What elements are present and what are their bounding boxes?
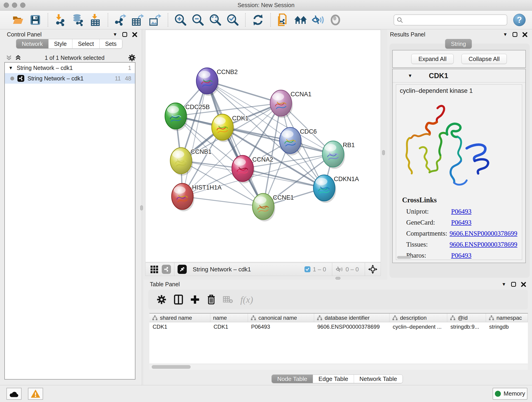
tab-select[interactable]: Select [72, 39, 99, 48]
network-share-icon[interactable] [162, 265, 171, 274]
expand-all-tree-icon[interactable] [6, 55, 12, 61]
search-input[interactable] [405, 16, 504, 23]
minimize-window-button[interactable] [12, 2, 17, 8]
import-network-from-database-button[interactable] [71, 13, 85, 27]
table-cell[interactable]: cyclin–dependent ... [389, 324, 447, 330]
grid-view-icon[interactable] [151, 266, 158, 273]
collection-expander-icon[interactable]: ▼ [8, 65, 13, 70]
tab-string[interactable]: String [445, 39, 472, 49]
fit-selected-crosshair-icon[interactable] [368, 265, 377, 274]
float-panel-icon[interactable] [122, 32, 127, 37]
node-RB1[interactable]: RB1 [322, 141, 355, 169]
selected-nodes-checkbox[interactable] [304, 266, 310, 272]
open-session-documents-button[interactable] [276, 13, 290, 27]
left-splitter-handle[interactable] [140, 205, 143, 211]
close-panel-icon[interactable] [521, 282, 526, 287]
import-table-from-file-button[interactable] [88, 13, 102, 27]
column-header-@id[interactable]: @id [447, 313, 486, 322]
birdseye-view-icon[interactable] [177, 265, 187, 274]
node-CCNE1[interactable]: CCNE1 [253, 193, 294, 221]
collapse-all-button[interactable]: Collapse All [462, 54, 507, 64]
float-panel-icon[interactable] [513, 32, 517, 37]
close-panel-icon[interactable] [522, 32, 527, 37]
search-field[interactable] [394, 14, 507, 26]
table-cell[interactable]: stringdb [486, 324, 528, 330]
open-session-button[interactable] [11, 13, 25, 27]
close-panel-icon[interactable] [132, 32, 137, 37]
string-network-graph[interactable]: CCNB2CCNA1CDC25BCDK1CDC6RB1CCNB1CCNA2CDK… [146, 30, 380, 262]
add-column-icon[interactable] [174, 294, 183, 305]
collapse-all-tree-icon[interactable] [15, 55, 21, 61]
column-header-shared-name[interactable]: shared name [149, 313, 210, 322]
crosslink-link[interactable]: 9606.ENSP00000378699 [450, 230, 517, 237]
network-row[interactable]: String Network – cdk1 11 48 [5, 73, 135, 84]
edge-CCNB2-HIST1H1A[interactable] [182, 81, 207, 196]
crosslink-link[interactable]: P06493 [451, 219, 472, 226]
node-CDC25B[interactable]: CDC25B [165, 103, 210, 131]
crosslink-link[interactable]: P06493 [451, 208, 472, 215]
refresh-view-button[interactable] [251, 13, 265, 27]
export-table-button[interactable] [131, 13, 145, 27]
export-image-button[interactable] [148, 13, 162, 27]
cloud-status-button[interactable] [6, 388, 22, 400]
close-window-button[interactable] [4, 2, 9, 8]
edge-HIST1H1A-CCNE1[interactable] [182, 196, 263, 206]
import-network-from-file-button[interactable] [53, 13, 68, 27]
tab-sets[interactable]: Sets [100, 39, 122, 48]
hide-graphics-details-button[interactable] [311, 13, 325, 27]
node-CCNB1[interactable]: CCNB1 [170, 148, 212, 176]
gene-header[interactable]: ▼ CDK1 [393, 69, 525, 83]
column-header-description[interactable]: description [389, 313, 447, 322]
column-header-namespac[interactable]: namespac [486, 313, 528, 322]
table-cell[interactable]: 9606.ENSP00000378699 [314, 324, 389, 330]
network-collection-row[interactable]: ▼ String Network – cdk1 1 [5, 63, 135, 73]
tab-network-table[interactable]: Network Table [354, 375, 403, 383]
tab-edge-table[interactable]: Edge Table [313, 375, 354, 383]
table-horizontal-scrollbar[interactable] [149, 364, 528, 370]
node-CCNA2[interactable]: CCNA2 [232, 155, 273, 183]
zoom-in-button[interactable] [173, 13, 188, 27]
table-row[interactable]: CDK1CDK1P064939606.ENSP00000378699cyclin… [149, 322, 528, 332]
horizontal-splitter-handle[interactable] [336, 277, 341, 280]
zoom-selected-button[interactable] [226, 13, 240, 27]
network-options-gear-icon[interactable] [128, 54, 136, 62]
column-header-database-identifier[interactable]: database identifier [314, 313, 389, 322]
table-cell[interactable]: CDK1 [149, 324, 210, 330]
node-CCNB2[interactable]: CCNB2 [196, 68, 238, 96]
save-session-button[interactable] [28, 13, 42, 27]
table-cell[interactable]: P06493 [248, 324, 314, 330]
export-network-button[interactable] [114, 13, 128, 27]
memory-button[interactable]: Memory [493, 388, 527, 400]
show-graphics-button[interactable] [328, 13, 342, 27]
float-panel-icon[interactable] [511, 282, 516, 287]
help-button[interactable]: ? [513, 14, 526, 26]
gene-expander-icon[interactable]: ▼ [408, 73, 412, 78]
gene-scrollbar-thumb[interactable] [397, 256, 411, 259]
warnings-button[interactable] [28, 388, 43, 400]
zoom-window-button[interactable] [20, 2, 25, 8]
column-header-canonical-name[interactable]: canonical name [248, 313, 314, 322]
tab-node-table[interactable]: Node Table [272, 375, 313, 383]
fit-content-button[interactable] [208, 13, 222, 27]
collapse-panel-icon[interactable]: ▼ [501, 282, 506, 287]
network-canvas[interactable]: CCNB2CCNA1CDC25BCDK1CDC6RB1CCNB1CCNA2CDK… [145, 30, 381, 262]
delete-trash-icon[interactable] [207, 294, 215, 305]
collapse-panel-icon[interactable]: ▼ [503, 32, 507, 37]
node-CDKN1A[interactable]: CDKN1A [313, 175, 359, 203]
table-settings-gear-icon[interactable] [157, 294, 167, 305]
crosslink-link[interactable]: 9606.ENSP00000378699 [450, 241, 517, 248]
tab-style[interactable]: Style [49, 39, 73, 48]
node-HIST1H1A[interactable]: HIST1H1A [172, 183, 222, 211]
table-cell[interactable]: CDK1 [210, 324, 248, 330]
table-cell[interactable]: stringdb:9... [447, 324, 486, 330]
home-button[interactable] [293, 13, 308, 27]
node-CDK1[interactable]: CDK1 [212, 114, 249, 142]
scrollbar-thumb[interactable] [152, 365, 191, 369]
expand-all-button[interactable]: Expand All [411, 54, 454, 64]
column-header-name[interactable]: name [210, 313, 248, 322]
node-CCNA1[interactable]: CCNA1 [270, 90, 312, 118]
right-splitter-handle[interactable] [382, 150, 385, 155]
hidden-eye-icon[interactable] [336, 266, 343, 273]
add-row-icon[interactable] [190, 294, 200, 305]
crosslink-link[interactable]: P06493 [451, 252, 472, 259]
